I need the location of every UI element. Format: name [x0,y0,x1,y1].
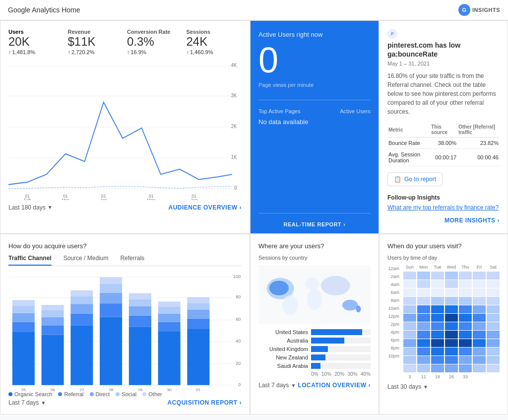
heatmap-cell [473,348,486,355]
direct-dot [90,392,94,396]
chart-legend: Organic Search Referral Direct Social Ot… [8,391,242,397]
loc-date-selector[interactable]: Last 7 days ▼ [258,382,296,389]
heatmap-cell [431,356,444,364]
country-bar [311,338,344,344]
heatmap-cell [487,331,500,339]
other-dot [142,392,146,396]
go-to-report-button[interactable]: 📋 Go to report [387,172,443,186]
heatmap-time-labels: 12am 2am 4am 6am 8am 10am 12pm 2pm 4pm 6… [387,265,401,379]
follow-up-link[interactable]: What are my top referrals by finance rat… [387,204,500,211]
metrics-chart-panel: Users 20K 1,481.8% Revenue $11K 2,720.2%… [0,20,250,234]
page-title: Google Analytics Home [8,6,80,14]
chevron-down-icon: ▼ [291,383,296,388]
legend-social: Social [116,391,136,397]
heatmap-cell [473,288,486,296]
svg-rect-66 [187,297,209,303]
more-insights-link[interactable]: MORE INSIGHTS › [387,217,500,224]
country-bar [311,329,362,335]
heatmap-cell [487,288,500,296]
chevron-right-icon: › [498,217,500,224]
heatmap-cell [403,305,416,313]
svg-rect-51 [100,277,122,284]
svg-rect-56 [129,293,151,299]
legend-organic: Organic Search [8,391,52,397]
tab-referrals[interactable]: Referrals [120,255,144,266]
svg-point-78 [282,295,298,315]
heatmap-cell [431,322,444,330]
heatmap-cell [403,297,416,305]
heatmap-cell [459,288,472,296]
heatmap-cell [473,339,486,347]
location-panel: Where are your users? Sessions by countr… [250,234,379,415]
table-row: Avg. Session Duration 00:00:17 00:00:46 [387,149,500,166]
audience-overview-link[interactable]: AUDIENCE OVERVIEW › [169,204,242,211]
svg-text:Jun: Jun [190,198,197,200]
country-bar [311,363,320,369]
svg-text:30: 30 [167,388,172,391]
heatmap-cell [473,356,486,364]
insights-table: Metric This source Other [Referral] traf… [387,122,500,166]
tab-source-medium[interactable]: Source / Medium [64,255,109,266]
svg-point-83 [269,280,289,295]
svg-rect-34 [12,313,35,322]
legend-referral: Referral [58,391,83,397]
heatmap-cell [417,348,430,355]
svg-text:20: 20 [236,361,241,366]
list-item: Australia [258,338,371,344]
insights-icon: G [458,4,470,16]
heatmap-cell [459,348,472,355]
svg-rect-49 [100,293,122,304]
social-dot [116,392,120,396]
svg-rect-60 [158,307,181,314]
svg-text:May: May [147,198,156,200]
heatmap-cell [459,280,472,288]
svg-rect-35 [12,306,35,313]
heatmap-cell [403,348,416,355]
location-overview-link[interactable]: LOCATION OVERVIEW › [298,382,371,389]
acq-date-selector[interactable]: Last 7 days ▼ [8,399,46,406]
svg-rect-48 [100,303,122,317]
insights-panel: P pinterest.com has low ga:bounceRate Ma… [379,20,508,234]
users-by-time: Users by time of day [387,255,500,261]
chevron-right-icon: › [343,221,345,227]
acquisition-report-link[interactable]: ACQUISITION REPORT › [167,399,242,406]
svg-text:01: 01 [196,388,201,391]
date-range-selector[interactable]: Last 180 days ▼ [8,204,53,211]
tod-title: When do your users visit? [387,242,500,250]
heatmap-row [403,305,500,313]
svg-rect-64 [187,310,209,319]
heatmap-cell [445,297,458,305]
heatmap-cell [417,297,430,305]
heatmap-cell [473,322,486,330]
tod-date-selector[interactable]: Last 30 days ▼ [387,383,428,390]
svg-point-80 [307,288,321,310]
svg-rect-50 [100,284,122,293]
heatmap-cell [417,364,430,372]
heatmap-cell [459,356,472,364]
col-other: Other [Referral] traffic [457,122,500,138]
heatmap-cell [487,314,500,322]
app-header: Google Analytics Home G INSIGHTS [0,0,508,20]
location-title: Where are your users? [258,242,371,250]
bar-chart-svg: 100 80 60 40 20 0 [8,272,242,391]
realtime-report-link[interactable]: REAL-TIME REPORT › [258,221,371,227]
realtime-title: Active Users right now [258,31,371,38]
tab-traffic-channel[interactable]: Traffic Channel [8,255,52,266]
heatmap-cell [445,272,458,280]
chart-footer: Last 180 days ▼ AUDIENCE OVERVIEW › [8,204,242,211]
svg-text:28: 28 [109,388,114,391]
heatmap-row [403,322,500,330]
heatmap-cell [473,297,486,305]
list-item: Saudi Arabia [258,363,371,369]
heatmap-cell [459,331,472,339]
svg-text:3K: 3K [231,92,237,98]
heatmap-cell [403,356,416,364]
col-this-source: This source [430,122,457,138]
realtime-panel: Active Users right now 0 Page views per … [250,20,379,234]
heatmap-cell [473,272,486,280]
heatmap-cell [431,272,444,280]
heatmap-cell [417,322,430,330]
heatmap-cell [403,339,416,347]
sessions-by-country: Sessions by country [258,255,371,261]
svg-text:Apr: Apr [100,198,107,200]
